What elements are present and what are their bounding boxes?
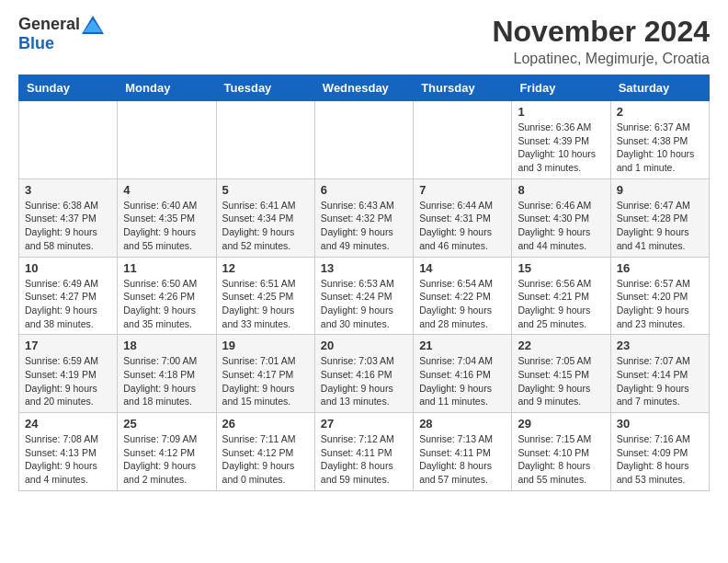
calendar-row: 10Sunrise: 6:49 AM Sunset: 4:27 PM Dayli… — [19, 257, 710, 335]
day-info: Sunrise: 6:49 AM Sunset: 4:27 PM Dayligh… — [25, 277, 111, 331]
calendar-cell — [19, 101, 118, 179]
day-number: 22 — [518, 339, 604, 352]
day-info: Sunrise: 6:56 AM Sunset: 4:21 PM Dayligh… — [518, 277, 604, 331]
day-info: Sunrise: 6:37 AM Sunset: 4:38 PM Dayligh… — [617, 121, 703, 175]
calendar-cell: 2Sunrise: 6:37 AM Sunset: 4:38 PM Daylig… — [610, 101, 709, 179]
calendar-cell: 21Sunrise: 7:04 AM Sunset: 4:16 PM Dayli… — [414, 335, 512, 413]
day-number: 17 — [25, 339, 111, 352]
day-number: 15 — [518, 261, 604, 275]
calendar-cell: 12Sunrise: 6:51 AM Sunset: 4:25 PM Dayli… — [216, 257, 314, 335]
calendar-cell: 11Sunrise: 6:50 AM Sunset: 4:26 PM Dayli… — [118, 257, 216, 335]
calendar-cell: 8Sunrise: 6:46 AM Sunset: 4:30 PM Daylig… — [512, 178, 610, 257]
day-number: 9 — [617, 183, 703, 197]
day-info: Sunrise: 7:04 AM Sunset: 4:16 PM Dayligh… — [419, 354, 506, 408]
day-info: Sunrise: 7:07 AM Sunset: 4:14 PM Dayligh… — [617, 354, 703, 408]
calendar-row: 17Sunrise: 6:59 AM Sunset: 4:19 PM Dayli… — [19, 335, 710, 413]
day-info: Sunrise: 7:13 AM Sunset: 4:11 PM Dayligh… — [419, 432, 506, 487]
location: Lopatinec, Megimurje, Croatia — [492, 51, 710, 67]
day-info: Sunrise: 6:50 AM Sunset: 4:26 PM Dayligh… — [123, 277, 210, 331]
col-header-sunday: Sunday — [19, 75, 118, 101]
day-info: Sunrise: 6:40 AM Sunset: 4:35 PM Dayligh… — [123, 199, 210, 253]
calendar-cell — [118, 101, 216, 179]
calendar-cell: 15Sunrise: 6:56 AM Sunset: 4:21 PM Dayli… — [512, 257, 610, 335]
page-container: General Blue November 2024 Lopatinec, Me… — [0, 0, 728, 506]
day-info: Sunrise: 6:54 AM Sunset: 4:22 PM Dayligh… — [419, 277, 506, 331]
calendar-cell: 28Sunrise: 7:13 AM Sunset: 4:11 PM Dayli… — [414, 413, 512, 491]
calendar-cell: 7Sunrise: 6:44 AM Sunset: 4:31 PM Daylig… — [414, 178, 512, 257]
calendar: SundayMondayTuesdayWednesdayThursdayFrid… — [18, 75, 710, 491]
day-info: Sunrise: 6:47 AM Sunset: 4:28 PM Dayligh… — [617, 199, 703, 253]
day-info: Sunrise: 6:43 AM Sunset: 4:32 PM Dayligh… — [321, 199, 407, 253]
day-info: Sunrise: 7:03 AM Sunset: 4:16 PM Dayligh… — [321, 354, 407, 408]
day-number: 20 — [321, 339, 407, 352]
day-number: 11 — [123, 261, 210, 275]
calendar-row: 24Sunrise: 7:08 AM Sunset: 4:13 PM Dayli… — [19, 413, 710, 491]
logo-icon — [82, 16, 104, 34]
calendar-cell: 24Sunrise: 7:08 AM Sunset: 4:13 PM Dayli… — [19, 413, 118, 491]
calendar-cell: 13Sunrise: 6:53 AM Sunset: 4:24 PM Dayli… — [314, 257, 413, 335]
calendar-cell: 5Sunrise: 6:41 AM Sunset: 4:34 PM Daylig… — [216, 178, 314, 257]
day-number: 12 — [222, 261, 309, 275]
day-number: 13 — [321, 261, 407, 275]
calendar-cell: 22Sunrise: 7:05 AM Sunset: 4:15 PM Dayli… — [512, 335, 610, 413]
calendar-cell: 16Sunrise: 6:57 AM Sunset: 4:20 PM Dayli… — [610, 257, 709, 335]
calendar-cell: 6Sunrise: 6:43 AM Sunset: 4:32 PM Daylig… — [314, 178, 413, 257]
day-info: Sunrise: 6:57 AM Sunset: 4:20 PM Dayligh… — [617, 277, 703, 331]
day-number: 14 — [419, 261, 506, 275]
day-info: Sunrise: 7:01 AM Sunset: 4:17 PM Dayligh… — [222, 354, 309, 408]
day-number: 24 — [25, 417, 111, 431]
day-number: 27 — [321, 417, 407, 431]
day-info: Sunrise: 7:16 AM Sunset: 4:09 PM Dayligh… — [617, 432, 703, 487]
calendar-cell: 9Sunrise: 6:47 AM Sunset: 4:28 PM Daylig… — [610, 178, 709, 257]
calendar-cell: 27Sunrise: 7:12 AM Sunset: 4:11 PM Dayli… — [314, 413, 413, 491]
day-number: 29 — [518, 417, 604, 431]
day-info: Sunrise: 7:11 AM Sunset: 4:12 PM Dayligh… — [222, 432, 309, 487]
day-number: 21 — [419, 339, 506, 352]
day-number: 16 — [617, 261, 703, 275]
calendar-cell: 4Sunrise: 6:40 AM Sunset: 4:35 PM Daylig… — [118, 178, 216, 257]
calendar-cell: 20Sunrise: 7:03 AM Sunset: 4:16 PM Dayli… — [314, 335, 413, 413]
col-header-saturday: Saturday — [610, 75, 709, 101]
day-info: Sunrise: 6:46 AM Sunset: 4:30 PM Dayligh… — [518, 199, 604, 253]
day-info: Sunrise: 6:38 AM Sunset: 4:37 PM Dayligh… — [25, 199, 111, 253]
day-number: 1 — [518, 105, 604, 119]
day-number: 3 — [25, 183, 111, 197]
calendar-cell: 18Sunrise: 7:00 AM Sunset: 4:18 PM Dayli… — [118, 335, 216, 413]
calendar-cell: 30Sunrise: 7:16 AM Sunset: 4:09 PM Dayli… — [610, 413, 709, 491]
col-header-tuesday: Tuesday — [216, 75, 314, 101]
day-number: 23 — [617, 339, 703, 352]
calendar-row: 1Sunrise: 6:36 AM Sunset: 4:39 PM Daylig… — [19, 101, 710, 179]
logo: General Blue — [18, 15, 104, 53]
day-info: Sunrise: 7:12 AM Sunset: 4:11 PM Dayligh… — [321, 432, 407, 487]
day-info: Sunrise: 7:05 AM Sunset: 4:15 PM Dayligh… — [518, 354, 604, 408]
day-number: 26 — [222, 417, 309, 431]
col-header-friday: Friday — [512, 75, 610, 101]
day-number: 4 — [123, 183, 210, 197]
title-block: November 2024 Lopatinec, Megimurje, Croa… — [492, 15, 710, 67]
calendar-row: 3Sunrise: 6:38 AM Sunset: 4:37 PM Daylig… — [19, 178, 710, 257]
svg-marker-1 — [84, 19, 102, 32]
calendar-cell: 23Sunrise: 7:07 AM Sunset: 4:14 PM Dayli… — [610, 335, 709, 413]
day-info: Sunrise: 7:09 AM Sunset: 4:12 PM Dayligh… — [123, 432, 210, 487]
day-info: Sunrise: 6:59 AM Sunset: 4:19 PM Dayligh… — [25, 354, 111, 408]
calendar-cell: 25Sunrise: 7:09 AM Sunset: 4:12 PM Dayli… — [118, 413, 216, 491]
day-number: 8 — [518, 183, 604, 197]
col-header-thursday: Thursday — [414, 75, 512, 101]
day-info: Sunrise: 6:53 AM Sunset: 4:24 PM Dayligh… — [321, 277, 407, 331]
day-number: 2 — [617, 105, 703, 119]
calendar-cell: 19Sunrise: 7:01 AM Sunset: 4:17 PM Dayli… — [216, 335, 314, 413]
day-number: 10 — [25, 261, 111, 275]
day-info: Sunrise: 7:08 AM Sunset: 4:13 PM Dayligh… — [25, 432, 111, 487]
calendar-cell: 26Sunrise: 7:11 AM Sunset: 4:12 PM Dayli… — [216, 413, 314, 491]
col-header-monday: Monday — [118, 75, 216, 101]
day-info: Sunrise: 7:00 AM Sunset: 4:18 PM Dayligh… — [123, 354, 210, 408]
logo-general: General — [18, 15, 80, 34]
header: General Blue November 2024 Lopatinec, Me… — [18, 15, 710, 67]
day-number: 7 — [419, 183, 506, 197]
calendar-cell: 14Sunrise: 6:54 AM Sunset: 4:22 PM Dayli… — [414, 257, 512, 335]
day-number: 30 — [617, 417, 703, 431]
day-info: Sunrise: 6:36 AM Sunset: 4:39 PM Dayligh… — [518, 121, 604, 175]
calendar-cell — [414, 101, 512, 179]
day-info: Sunrise: 7:15 AM Sunset: 4:10 PM Dayligh… — [518, 432, 604, 487]
day-info: Sunrise: 6:51 AM Sunset: 4:25 PM Dayligh… — [222, 277, 309, 331]
